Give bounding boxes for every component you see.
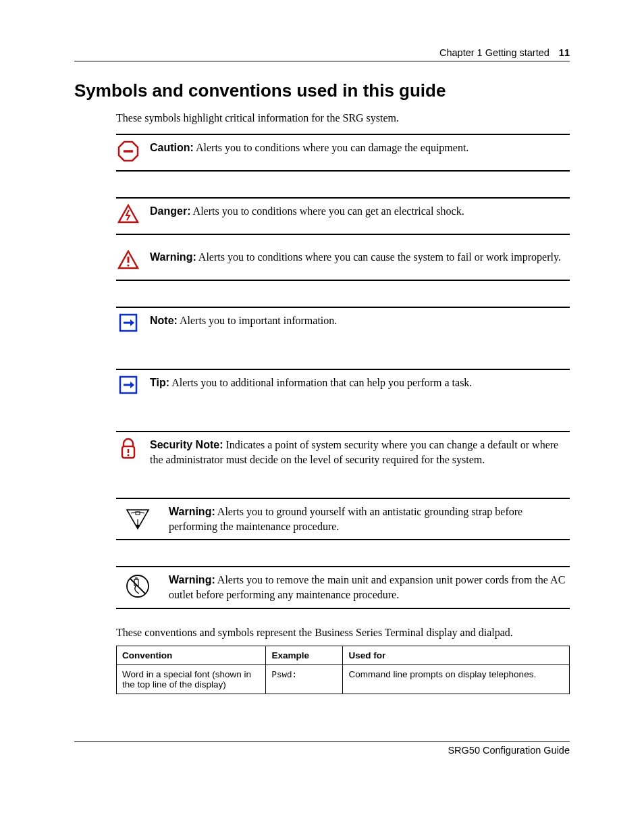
symbol-desc: Alerts you to additional information tha…	[169, 377, 472, 388]
symbol-row: Security Note: Indicates a point of syst…	[116, 432, 570, 472]
danger-shock-icon	[116, 204, 140, 228]
symbol-row: Caution: Alerts you to conditions where …	[116, 135, 570, 170]
symbol-text: Note: Alerts you to important informatio…	[150, 313, 570, 328]
col-example-header: Example	[266, 646, 343, 664]
caution-octagon-icon	[116, 140, 140, 165]
symbol-block-caution: Caution: Alerts you to conditions where …	[116, 134, 570, 172]
symbol-row: Danger: Alerts you to conditions where y…	[116, 199, 570, 234]
conventions-table: Convention Example Used for Word in a sp…	[116, 646, 570, 694]
cell-convention: Word in a special font (shown in the top…	[117, 664, 266, 694]
rule	[116, 539, 570, 540]
header-rule	[74, 61, 570, 61]
svg-point-5	[127, 264, 129, 266]
rule	[116, 234, 570, 235]
symbol-text: Caution: Alerts you to conditions where …	[150, 140, 570, 155]
footer-text: SRG50 Configuration Guide	[74, 745, 570, 756]
symbol-desc: Alerts you to conditions where you can c…	[196, 251, 561, 263]
table-row: Word in a special font (shown in the top…	[117, 664, 570, 694]
page-header: Chapter 1 Getting started 11	[74, 47, 570, 58]
intro-text: These symbols highlight critical informa…	[116, 112, 570, 124]
warning-triangle-icon	[116, 250, 140, 274]
symbol-block-security: Security Note: Indicates a point of syst…	[116, 431, 570, 472]
symbol-label: Security Note:	[150, 439, 223, 450]
symbol-text: Danger: Alerts you to conditions where y…	[150, 204, 570, 219]
symbol-block-danger: Danger: Alerts you to conditions where y…	[116, 197, 570, 235]
svg-marker-2	[119, 205, 138, 222]
rule	[116, 608, 570, 609]
svg-line-23	[130, 579, 145, 594]
symbol-block-tip: Tip: Alerts you to additional informatio…	[116, 369, 570, 405]
cell-usedfor: Command line prompts on display telephon…	[343, 664, 570, 694]
symbol-desc: Alerts you to conditions where you can g…	[190, 205, 464, 217]
symbol-row: Warning: Alerts you to conditions where …	[116, 244, 570, 280]
col-usedfor-header: Used for	[343, 646, 570, 664]
symbol-desc: Alerts you to conditions where you can d…	[194, 142, 468, 153]
col-convention-header: Convention	[117, 646, 266, 664]
warning-text: Warning: Alerts you to ground yourself w…	[169, 504, 570, 533]
symbol-label: Warning:	[150, 251, 196, 263]
symbol-text: Warning: Alerts you to conditions where …	[150, 250, 570, 265]
symbol-label: Note:	[150, 315, 178, 326]
table-header-row: Convention Example Used for	[117, 646, 570, 664]
security-lock-icon	[116, 438, 140, 462]
antistatic-strap-icon	[116, 504, 159, 531]
warning-row: Warning: Alerts you to remove the main u…	[116, 567, 570, 607]
svg-marker-11	[130, 382, 134, 388]
symbol-block-note: Note: Alerts you to important informatio…	[116, 307, 570, 343]
symbol-row: Tip: Alerts you to additional informatio…	[116, 370, 570, 405]
rule	[116, 170, 570, 172]
warning-desc: Alerts you to ground yourself with an an…	[169, 506, 522, 532]
warning-text: Warning: Alerts you to remove the main u…	[169, 573, 570, 602]
warning-row: Warning: Alerts you to ground yourself w…	[116, 499, 570, 539]
conventions-intro: These conventions and symbols represent …	[116, 627, 570, 639]
symbol-desc: Alerts you to important information.	[178, 315, 337, 326]
example-text: Pswd:	[271, 671, 297, 680]
warning-label: Warning:	[169, 506, 215, 517]
cell-example: Pswd:	[266, 664, 343, 694]
warning-block-antistatic: Warning: Alerts you to ground yourself w…	[116, 498, 570, 540]
symbol-label: Tip:	[150, 377, 169, 388]
warning-desc: Alerts you to remove the main unit and e…	[169, 574, 565, 600]
symbol-text: Security Note: Indicates a point of syst…	[150, 438, 570, 467]
symbol-block-warning: Warning: Alerts you to conditions where …	[116, 244, 570, 281]
chapter-label: Chapter 1 Getting started	[439, 47, 549, 58]
footer-rule	[74, 741, 570, 742]
symbol-label: Caution:	[150, 142, 194, 153]
section-heading: Symbols and conventions used in this gui…	[74, 80, 570, 101]
svg-point-14	[128, 454, 130, 457]
unplug-power-icon	[116, 573, 159, 600]
document-page: Chapter 1 Getting started 11 Symbols and…	[0, 0, 644, 803]
page-number: 11	[559, 47, 570, 58]
note-arrow-icon	[116, 313, 140, 338]
symbol-text: Tip: Alerts you to additional informatio…	[150, 375, 570, 390]
svg-marker-8	[130, 319, 134, 326]
tip-arrow-icon	[116, 375, 140, 400]
warning-label: Warning:	[169, 574, 215, 585]
symbol-row: Note: Alerts you to important informatio…	[116, 308, 570, 343]
rule	[116, 280, 570, 281]
warning-block-unplug: Warning: Alerts you to remove the main u…	[116, 566, 570, 608]
symbol-label: Danger:	[150, 205, 190, 217]
